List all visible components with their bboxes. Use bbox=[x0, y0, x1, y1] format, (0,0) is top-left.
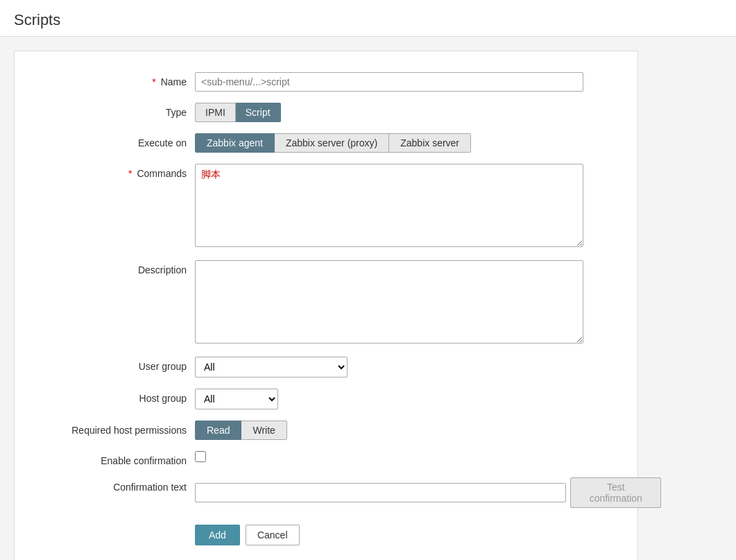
confirmation-text-control: Test confirmation bbox=[195, 477, 661, 508]
permissions-button-group: Read Write bbox=[195, 421, 610, 440]
type-label: Type bbox=[42, 103, 195, 118]
test-confirmation-button[interactable]: Test confirmation bbox=[570, 477, 661, 508]
confirmation-text-label: Confirmation text bbox=[42, 477, 195, 493]
user-group-label: User group bbox=[42, 357, 195, 372]
type-row: Type IPMI Script bbox=[42, 103, 610, 122]
user-group-select[interactable]: All bbox=[195, 357, 348, 377]
enable-confirmation-label: Enable confirmation bbox=[42, 451, 195, 466]
action-buttons-spacer bbox=[42, 519, 195, 523]
permissions-label: Required host permissions bbox=[42, 421, 195, 436]
confirmation-text-row: Confirmation text Test confirmation bbox=[42, 477, 610, 508]
execute-on-server-button[interactable]: Zabbix server bbox=[389, 133, 471, 153]
action-buttons-row: Add Cancel bbox=[42, 519, 610, 545]
description-control bbox=[195, 260, 610, 346]
action-buttons: Add Cancel bbox=[195, 525, 610, 545]
page-header: Scripts bbox=[0, 0, 736, 37]
user-group-control: All bbox=[195, 357, 610, 377]
name-row: * Name bbox=[42, 72, 610, 92]
commands-textarea[interactable]: 脚本 bbox=[195, 164, 583, 247]
user-group-row: User group All bbox=[42, 357, 610, 377]
execute-on-agent-button[interactable]: Zabbix agent bbox=[195, 133, 275, 153]
type-control: IPMI Script bbox=[195, 103, 610, 122]
type-button-group: IPMI Script bbox=[195, 103, 610, 122]
commands-label: * Commands bbox=[42, 164, 195, 179]
description-textarea[interactable] bbox=[195, 260, 583, 343]
form-container: * Name Type IPMI Script Execute on Zabbi bbox=[14, 51, 638, 560]
permissions-row: Required host permissions Read Write bbox=[42, 421, 610, 440]
content-area: * Name Type IPMI Script Execute on Zabbi bbox=[0, 37, 736, 560]
confirmation-text-input[interactable] bbox=[195, 483, 566, 502]
commands-required-star: * bbox=[128, 168, 132, 179]
commands-control: 脚本 bbox=[195, 164, 610, 249]
permissions-read-button[interactable]: Read bbox=[195, 421, 241, 440]
permissions-control: Read Write bbox=[195, 421, 610, 440]
enable-confirmation-checkbox[interactable] bbox=[195, 451, 206, 462]
add-button[interactable]: Add bbox=[195, 525, 240, 545]
name-required-star: * bbox=[152, 76, 155, 87]
description-row: Description bbox=[42, 260, 610, 346]
confirmation-text-input-row: Test confirmation bbox=[195, 477, 661, 508]
commands-row: * Commands 脚本 bbox=[42, 164, 610, 249]
cancel-button[interactable]: Cancel bbox=[246, 525, 300, 545]
name-input[interactable] bbox=[195, 72, 583, 92]
host-group-label: Host group bbox=[42, 389, 195, 404]
execute-on-control: Zabbix agent Zabbix server (proxy) Zabbi… bbox=[195, 133, 610, 153]
host-group-select[interactable]: All bbox=[195, 389, 278, 409]
description-label: Description bbox=[42, 260, 195, 275]
enable-confirmation-row: Enable confirmation bbox=[42, 451, 610, 466]
host-group-control: All bbox=[195, 389, 610, 409]
execute-on-label: Execute on bbox=[42, 133, 195, 149]
host-group-row: Host group All bbox=[42, 389, 610, 409]
page-title: Scripts bbox=[14, 11, 722, 29]
execute-on-proxy-button[interactable]: Zabbix server (proxy) bbox=[275, 133, 389, 153]
type-script-button[interactable]: Script bbox=[236, 103, 281, 122]
enable-confirmation-checkbox-row bbox=[195, 451, 610, 462]
name-control bbox=[195, 72, 610, 92]
type-ipmi-button[interactable]: IPMI bbox=[195, 103, 236, 122]
execute-on-button-group: Zabbix agent Zabbix server (proxy) Zabbi… bbox=[195, 133, 610, 153]
action-buttons-control: Add Cancel bbox=[195, 519, 610, 545]
enable-confirmation-control bbox=[195, 451, 610, 462]
permissions-write-button[interactable]: Write bbox=[241, 421, 286, 440]
execute-on-row: Execute on Zabbix agent Zabbix server (p… bbox=[42, 133, 610, 153]
name-label: * Name bbox=[42, 72, 195, 87]
